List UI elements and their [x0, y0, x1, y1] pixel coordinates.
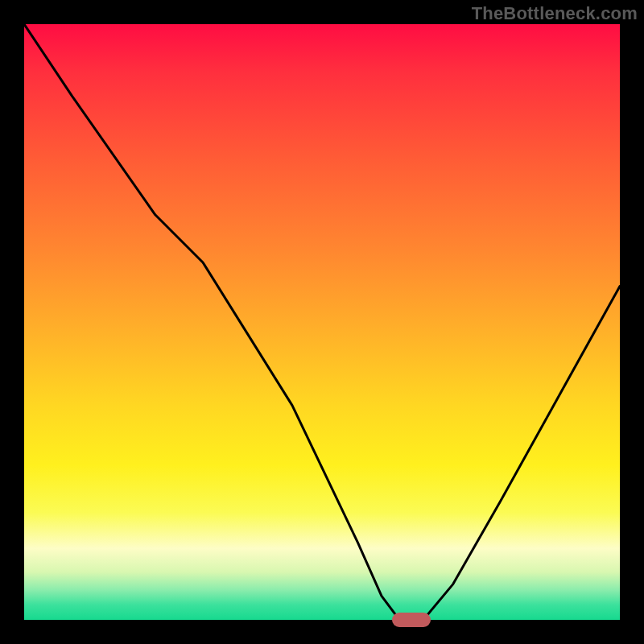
curve-path: [24, 24, 620, 620]
bottleneck-curve: [24, 24, 620, 620]
chart-frame: TheBottleneck.com: [0, 0, 644, 644]
attribution-text: TheBottleneck.com: [472, 3, 638, 24]
optimal-marker: [392, 613, 431, 627]
chart-plot-area: [24, 24, 620, 620]
